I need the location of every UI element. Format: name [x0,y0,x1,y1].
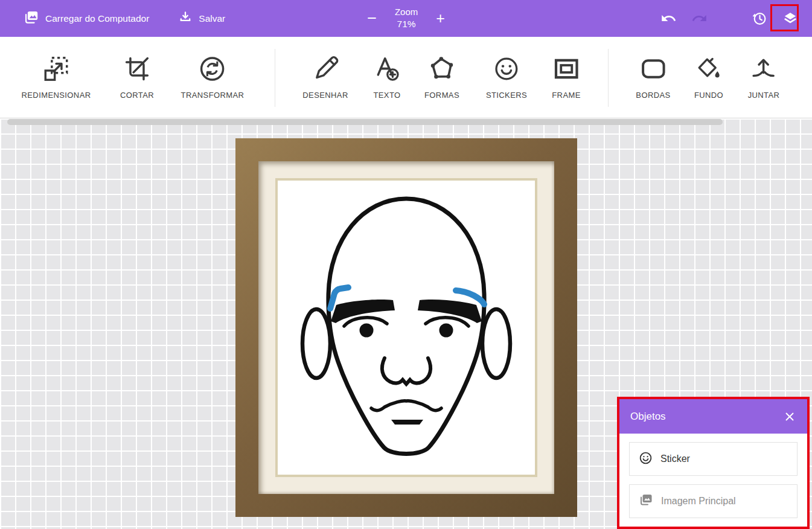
paint-bucket-icon [695,53,722,85]
smiley-icon [493,53,520,85]
zoom-in-button[interactable]: + [433,11,447,26]
zoom-level: Zoom 71% [395,7,418,30]
image-icon [639,493,653,510]
redo-icon[interactable] [691,10,708,27]
upload-from-computer-button[interactable]: Carregar do Computador [23,9,149,28]
smiley-icon [639,451,653,467]
zoom-out-button[interactable]: − [365,10,379,27]
tool-desenhar[interactable]: DESENHAR [302,53,348,100]
upload-image-icon [23,9,39,28]
zoom-controls: − Zoom 71% + [365,0,447,37]
rotate-sync-icon [199,53,226,85]
close-icon[interactable] [783,410,796,423]
tool-cortar[interactable]: CORTAR [120,53,154,100]
tool-label: DESENHAR [302,91,348,100]
tool-bordas[interactable]: BORDAS [636,53,670,100]
undo-icon[interactable] [660,10,677,27]
toolbar-separator [275,49,275,107]
tool-label: TEXTO [373,91,400,100]
save-button-label: Salvar [199,13,225,24]
crop-icon [124,53,150,85]
tool-stickers[interactable]: STICKERS [486,53,527,100]
tool-label: REDIMENSIONAR [22,91,91,100]
tool-label: TRANSFORMAR [181,91,245,100]
frame-icon [552,53,580,85]
tool-frame[interactable]: FRAME [552,53,581,100]
history-icon[interactable] [751,10,768,27]
objects-panel-title: Objetos [630,411,783,423]
tool-label: FRAME [552,91,581,100]
upload-button-label: Carregar do Computador [45,13,149,24]
frame-mat [258,161,554,494]
objects-panel: Objetos Sticker [617,397,810,529]
tools-toolbar: REDIMENSIONAR CORTAR [0,37,812,118]
object-item-label: Imagem Principal [661,496,736,507]
tool-transformar[interactable]: TRANSFORMAR [181,53,245,100]
horizontal-scrollbar[interactable] [7,119,723,125]
frame-mat-inner-edge [275,178,537,477]
zoom-value: 71% [395,18,418,30]
tool-label: FUNDO [694,91,723,100]
polygon-icon [428,53,456,85]
tool-redimensionar[interactable]: REDIMENSIONAR [22,53,91,100]
object-item-main-image[interactable]: Imagem Principal [629,484,798,518]
merge-icon [750,53,777,85]
tool-formas[interactable]: FORMAS [424,53,459,100]
app-window: Carregar do Computador Salvar − Zoom 71%… [0,0,812,529]
main-image[interactable] [278,181,535,475]
tool-juntar[interactable]: JUNTAR [748,53,780,100]
toolbar-separator [608,49,609,107]
tool-label: STICKERS [486,91,527,100]
pencil-icon [312,53,339,85]
tool-label: FORMAS [424,91,459,100]
text-add-icon [373,53,401,85]
object-item-label: Sticker [660,454,690,464]
top-toolbar: Carregar do Computador Salvar − Zoom 71%… [0,0,812,37]
topbar-right-actions [660,0,812,37]
tool-label: BORDAS [636,91,670,100]
picture-frame[interactable] [235,138,577,517]
resize-icon [42,53,70,85]
tool-label: CORTAR [120,91,154,100]
objects-panel-header: Objetos [619,399,807,434]
save-button[interactable]: Salvar [178,10,225,27]
layers-icon[interactable] [782,10,799,27]
rounded-rect-icon [639,53,667,85]
download-icon [178,10,193,27]
tool-texto[interactable]: TEXTO [373,53,401,100]
object-item-sticker[interactable]: Sticker [629,442,798,476]
tool-label: JUNTAR [748,91,780,100]
tool-fundo[interactable]: FUNDO [694,53,723,100]
zoom-label: Zoom [395,7,418,18]
face-illustration [278,181,535,475]
